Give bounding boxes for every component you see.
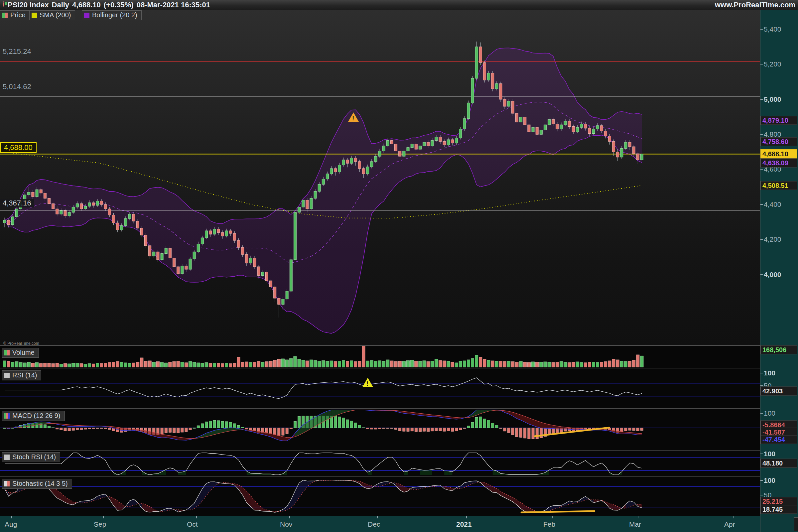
axis-corner-handle[interactable] xyxy=(794,517,798,531)
candle-body xyxy=(443,141,445,145)
panel-separator[interactable] xyxy=(0,476,760,477)
candle-body xyxy=(201,238,204,244)
level-label-4688[interactable]: 4,688.00 xyxy=(0,142,37,153)
warning-icon[interactable]: ! xyxy=(362,378,373,387)
candle-body xyxy=(116,223,119,230)
macd-histogram-bar xyxy=(451,428,454,431)
volume-bar xyxy=(306,361,308,367)
macd-histogram-bar xyxy=(270,428,272,434)
price-axis-tick-label: 4,400 xyxy=(764,201,781,208)
volume-bar xyxy=(80,363,83,367)
macd-histogram-bar xyxy=(241,427,244,428)
candle-body xyxy=(322,179,324,185)
bollinger-icon xyxy=(84,13,90,18)
time-axis-tick xyxy=(552,516,553,518)
macd-label-text: MACD (12 26 9) xyxy=(12,412,60,420)
macd-histogram-bar xyxy=(342,418,345,428)
candle-body xyxy=(560,125,563,129)
warning-icon[interactable]: ! xyxy=(348,112,359,122)
volume-bar xyxy=(43,363,46,367)
level-label-5215[interactable]: 5,215.24 xyxy=(3,47,31,56)
candle-body xyxy=(298,207,300,212)
price-axis-tick xyxy=(760,454,763,454)
candle-body xyxy=(229,231,232,233)
time-axis-label: Feb xyxy=(543,520,555,528)
volume-bar xyxy=(52,364,55,367)
stochastic-panel-label[interactable]: Stochastic (14 3 5) xyxy=(2,479,72,489)
candle-body xyxy=(516,113,518,122)
volume-bar xyxy=(568,362,571,367)
macd-histogram-bar xyxy=(621,428,623,432)
candle-body xyxy=(270,281,272,287)
volume-bar xyxy=(419,361,422,367)
macd-histogram-bar xyxy=(443,428,445,431)
candle-body xyxy=(604,131,607,136)
price-axis-tick xyxy=(760,413,763,414)
candle-body xyxy=(221,232,224,236)
website-link[interactable]: www.ProRealTime.com xyxy=(715,1,795,9)
volume-bar xyxy=(165,363,168,367)
legend-item-bollinger[interactable]: Bollinger (20 2) xyxy=(82,10,141,20)
price-axis-value-badge: 42.903 xyxy=(760,387,797,396)
candle-body xyxy=(15,209,18,217)
rsi-panel-label[interactable]: RSI (14) xyxy=(2,370,41,380)
volume-bar xyxy=(362,346,365,367)
macd-histogram-bar xyxy=(64,428,66,431)
candle-body xyxy=(112,215,115,223)
volume-bar xyxy=(604,362,607,367)
macd-histogram-bar xyxy=(233,424,236,428)
candle-body xyxy=(92,203,95,206)
macd-histogram-bar xyxy=(177,428,179,433)
volume-bar xyxy=(564,362,567,367)
macd-histogram-bar xyxy=(298,416,300,428)
stochastic-fill xyxy=(53,488,57,498)
panel-separator[interactable] xyxy=(0,408,760,408)
chart-canvas[interactable] xyxy=(0,0,760,532)
volume-bar xyxy=(366,361,369,367)
level-label-5014[interactable]: 5,014.62 xyxy=(3,82,31,91)
price-axis-tick xyxy=(760,99,763,100)
volume-bar xyxy=(378,361,381,367)
legend-item-price[interactable]: Price xyxy=(0,10,30,20)
volume-bar xyxy=(176,361,179,367)
legend-item-sma[interactable]: SMA (200) xyxy=(29,10,75,20)
volume-bar xyxy=(27,362,30,367)
macd-histogram-bar xyxy=(475,417,478,428)
volume-panel-label[interactable]: Volume xyxy=(2,348,39,358)
volume-bar xyxy=(148,361,151,367)
stochrsi-panel-label[interactable]: Stoch RSI (14) xyxy=(2,452,60,462)
panel-separator[interactable] xyxy=(0,450,760,451)
panel-separator[interactable] xyxy=(0,345,760,346)
panel-separator[interactable] xyxy=(0,368,760,368)
candle-body xyxy=(608,136,611,141)
volume-bar xyxy=(411,360,414,367)
volume-bar xyxy=(290,358,292,367)
timeframe-label: Daily xyxy=(52,1,70,9)
candle-body xyxy=(293,212,296,260)
macd-histogram-bar xyxy=(104,428,107,429)
volume-bar xyxy=(302,360,305,367)
stochrsi-line xyxy=(5,453,642,475)
volume-bar xyxy=(391,361,393,367)
candle-body xyxy=(338,165,341,172)
price-change: (+0.35%) xyxy=(104,1,134,9)
volume-bar xyxy=(201,363,204,367)
candle-body xyxy=(286,291,288,299)
time-axis-tick xyxy=(377,516,378,518)
price-axis-tick-label: 4,200 xyxy=(764,235,781,243)
volume-bar xyxy=(233,363,236,367)
volume-bar xyxy=(209,363,212,367)
volume-bar xyxy=(358,361,361,367)
candle-body xyxy=(205,231,208,238)
level-label-4367[interactable]: 4,367.16 xyxy=(0,199,34,208)
macd-histogram-bar xyxy=(439,428,441,431)
candle-body xyxy=(104,205,107,209)
candle-body xyxy=(173,258,175,267)
candle-body xyxy=(427,142,430,146)
candle-body xyxy=(72,207,75,212)
macd-histogram-bar xyxy=(245,428,248,429)
quote-datetime: 08-Mar-2021 16:35:01 xyxy=(137,1,210,9)
volume-bar xyxy=(338,361,341,367)
candle-body xyxy=(435,137,438,141)
macd-panel-label[interactable]: MACD (12 26 9) xyxy=(2,411,65,421)
